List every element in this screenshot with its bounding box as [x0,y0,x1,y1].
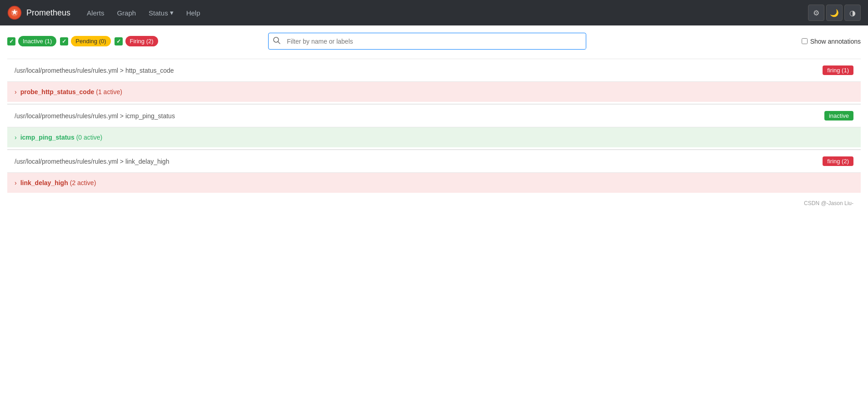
rule-file-path-2: /usr/local/prometheus/rules/rules.yml > … [15,112,175,120]
navbar-right: ⚙ 🌙 ◑ [808,5,861,21]
settings-icon: ⚙ [813,9,819,17]
rule-name-3: link_delay_high [20,179,68,186]
theme-moon-button[interactable]: 🌙 [826,5,843,21]
rule-status-badge-1: firing (1) [823,65,853,75]
rule-file-path-3: /usr/local/prometheus/rules/rules.yml > … [15,158,169,165]
inactive-filter-group: ✓ Inactive (1) [7,36,56,46]
show-annotations-group: Show annotations [802,38,861,45]
inactive-badge[interactable]: Inactive (1) [18,36,56,46]
rule-status-badge-3: firing (2) [823,156,853,166]
rule-item-row-1[interactable]: › probe_http_status_code (1 active) [7,82,861,102]
search-input[interactable] [285,34,586,49]
rule-group-link-delay-high: /usr/local/prometheus/rules/rules.yml > … [7,150,861,193]
settings-button[interactable]: ⚙ [808,5,824,21]
moon-icon: 🌙 [830,9,839,17]
rule-file-row-3: /usr/local/prometheus/rules/rules.yml > … [7,150,861,173]
rule-item-row-3[interactable]: › link_delay_high (2 active) [7,173,861,193]
pending-checkbox[interactable]: ✓ [60,37,68,45]
main-content: ✓ Inactive (1) ✓ Pending (0) ✓ Firing (2… [0,25,868,407]
show-annotations-checkbox[interactable] [802,38,808,44]
chevron-icon-3[interactable]: › [15,179,17,186]
pending-filter-group: ✓ Pending (0) [60,36,110,46]
filter-badges: ✓ Inactive (1) ✓ Pending (0) ✓ Firing (2… [7,36,158,46]
rule-active-count-2: (0 active) [76,134,103,141]
chevron-icon-2[interactable]: › [15,134,17,141]
rule-name-1: probe_http_status_code [20,88,95,95]
contrast-icon: ◑ [849,9,856,17]
rule-group-http-status-code: /usr/local/prometheus/rules/rules.yml > … [7,59,861,102]
svg-line-3 [278,42,280,44]
nav-alerts[interactable]: Alerts [81,5,110,20]
chevron-icon-1[interactable]: › [15,88,17,95]
filter-bar: ✓ Inactive (1) ✓ Pending (0) ✓ Firing (2… [7,33,861,50]
rule-name-2: icmp_ping_status [20,134,75,141]
footer: CSDN @-Jason Liu- [7,195,861,212]
rule-active-count-1: (1 active) [96,88,122,95]
rule-file-row-2: /usr/local/prometheus/rules/rules.yml > … [7,104,861,127]
firing-filter-group: ✓ Firing (2) [115,36,158,46]
rule-active-count-3: (2 active) [70,179,96,186]
show-annotations-label: Show annotations [810,38,861,45]
svg-point-2 [274,37,279,42]
nav-graph[interactable]: Graph [111,5,141,20]
brand-name: Prometheus [26,8,70,18]
firing-checkbox[interactable]: ✓ [115,37,123,45]
chevron-down-icon: ▾ [170,9,174,17]
rule-item-row-2[interactable]: › icmp_ping_status (0 active) [7,127,861,147]
nav-help[interactable]: Help [181,5,206,20]
navbar: Prometheus Alerts Graph Status ▾ Help ⚙ … [0,0,868,25]
rule-file-row-1: /usr/local/prometheus/rules/rules.yml > … [7,59,861,82]
theme-contrast-button[interactable]: ◑ [844,5,861,21]
prometheus-logo [7,5,22,20]
pending-badge[interactable]: Pending (0) [71,36,110,46]
rule-file-path-1: /usr/local/prometheus/rules/rules.yml > … [15,67,174,74]
rule-status-badge-2: inactive [824,111,853,121]
nav-status[interactable]: Status ▾ [143,5,179,20]
search-box [268,33,586,50]
nav-links: Alerts Graph Status ▾ Help [81,5,205,20]
inactive-checkbox[interactable]: ✓ [7,37,15,45]
rule-group-icmp-ping-status: /usr/local/prometheus/rules/rules.yml > … [7,104,861,147]
search-icon [269,33,285,49]
brand: Prometheus [7,5,70,20]
firing-badge[interactable]: Firing (2) [125,36,158,46]
